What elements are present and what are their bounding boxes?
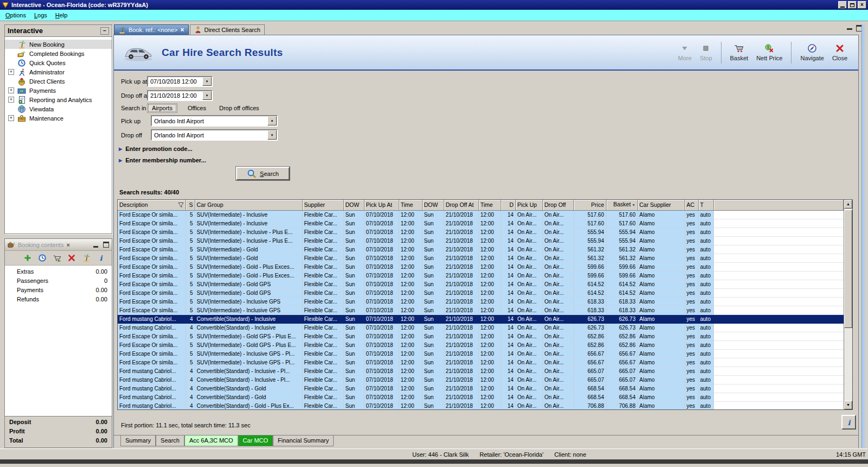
column-header-d[interactable]: D — [501, 200, 515, 210]
column-header-price[interactable]: Price — [573, 200, 606, 210]
filter-icon[interactable] — [178, 202, 184, 208]
vertical-scrollbar[interactable]: ▲ ▼ — [844, 200, 852, 409]
sidebar-item-completed-bookings[interactable]: Completed Bookings — [5, 49, 112, 58]
result-row[interactable]: Ford Escape Or simila...5SUV(Intermediat… — [118, 245, 844, 254]
result-row[interactable]: Ford mustang Cabriol...4Convertible(Stan… — [118, 323, 844, 332]
scroll-up-icon[interactable]: ▲ — [844, 200, 852, 209]
expand-toggle[interactable]: + — [8, 69, 14, 75]
result-row[interactable]: Ford Escape Or simila...5SUV(Intermediat… — [118, 210, 844, 219]
expand-toggle[interactable]: + — [8, 87, 14, 93]
menu-help[interactable]: Help — [52, 11, 73, 20]
result-row[interactable]: Ford Escape Or simila...5SUV(Intermediat… — [118, 332, 844, 340]
result-row[interactable]: Ford Escape Or simila...5SUV(Intermediat… — [118, 280, 844, 288]
info-button[interactable]: i — [841, 415, 856, 430]
result-row[interactable]: Ford Escape Or simila...5SUV(Intermediat… — [118, 236, 844, 245]
column-header-drop-off[interactable]: Drop Off — [542, 200, 573, 210]
plus-icon[interactable] — [23, 254, 32, 262]
sidebar-item-administrator[interactable]: +Administrator — [5, 67, 112, 77]
sidebar-item-viewdata[interactable]: Viewdata — [5, 104, 112, 113]
bottom-tab-acc-6a-3c-mco[interactable]: Acc 6A,3C MCO — [184, 436, 238, 446]
nett-price-button[interactable]: Nett Price — [754, 43, 784, 61]
pickup-at-dropdown-icon[interactable]: ▼ — [202, 77, 212, 86]
result-row[interactable]: Ford Escape Or simila...5SUV(Intermediat… — [118, 219, 844, 228]
menu-options[interactable]: Options — [2, 11, 31, 20]
sidebar-item-payments[interactable]: +Payments — [5, 86, 112, 95]
column-header-car-supplier[interactable]: Car Supplier — [637, 200, 685, 210]
pickup-dropdown-icon[interactable]: ▼ — [267, 116, 277, 125]
bottom-tab-search[interactable]: Search — [156, 436, 184, 446]
result-row[interactable]: Ford Escape Or simila...5SUV(Intermediat… — [118, 271, 844, 280]
booking-panel-minimize-icon[interactable] — [93, 246, 98, 248]
column-header-basket[interactable]: Basket▼ — [606, 200, 637, 210]
result-row[interactable]: Ford mustang Cabriol...4Convertible(Stan… — [118, 401, 844, 410]
restore-button[interactable] — [848, 1, 857, 9]
tab-direct-clients-search[interactable]: Direct Clients Search — [190, 24, 265, 35]
column-header-pick-up[interactable]: Pick Up — [515, 200, 542, 210]
column-header-dow[interactable]: DOW — [343, 200, 364, 210]
result-row[interactable]: Ford Escape Or simila...5SUV(Intermediat… — [118, 340, 844, 349]
result-row[interactable]: Ford mustang Cabriol...4Convertible(Stan… — [118, 393, 844, 401]
membership-number-expander[interactable]: ▶ Enter membership number... — [119, 157, 206, 163]
result-row[interactable]: Ford Escape Or simila...5SUV(Intermediat… — [118, 254, 844, 262]
menu-logs[interactable]: Logs — [31, 11, 52, 20]
result-row[interactable]: Ford Escape Or simila...5SUV(Intermediat… — [118, 306, 844, 314]
dropoff-at-dropdown-icon[interactable]: ▼ — [202, 91, 212, 100]
promotion-code-expander[interactable]: ▶ Enter promotion code... — [119, 146, 193, 152]
column-header-time[interactable]: Time — [399, 200, 422, 210]
sidebar-item-quick-quotes[interactable]: Quick Quotes — [5, 58, 112, 67]
result-row[interactable]: Ford Escape Or simila...5SUV(Intermediat… — [118, 297, 844, 306]
result-row[interactable]: Ford mustang Cabriol...4Convertible(Stan… — [118, 375, 844, 384]
bottom-tab-car-mco[interactable]: Car MCO — [238, 436, 273, 446]
column-header-time[interactable]: Time — [478, 200, 501, 210]
result-row[interactable]: Ford Escape Or simila...5SUV(Intermediat… — [118, 262, 844, 271]
column-header-description[interactable]: Description — [118, 200, 186, 210]
close-button[interactable]: Close — [830, 43, 850, 61]
close-window-button[interactable]: × — [858, 1, 866, 9]
navigate-button[interactable]: Navigate — [798, 43, 826, 61]
delete-x-icon[interactable] — [67, 254, 76, 262]
column-header-car-group[interactable]: Car Group — [195, 200, 302, 210]
result-row[interactable]: Ford mustang Cabriol...4Convertible(Stan… — [118, 384, 844, 393]
result-row[interactable]: Ford Escape Or simila...5SUV(Intermediat… — [118, 288, 844, 297]
tab-book-ref-none[interactable]: Book. ref.: <none>× — [114, 24, 189, 35]
basket-button[interactable]: Basket — [728, 43, 751, 61]
sidebar-item-new-booking[interactable]: New Booking — [5, 40, 112, 49]
expand-toggle[interactable]: + — [8, 115, 14, 121]
mdi-minimize-icon[interactable] — [847, 28, 852, 30]
sidebar-item-direct-clients[interactable]: Direct Clients — [5, 77, 112, 86]
minimize-button[interactable] — [838, 1, 847, 9]
column-header-supplier[interactable]: Supplier — [302, 200, 343, 210]
pickup-at-field[interactable]: 07/10/2018 12:00 ▼ — [147, 76, 213, 87]
palm-icon[interactable] — [82, 254, 91, 262]
search-in-offices[interactable]: Offices — [185, 104, 209, 112]
column-header-pick-up-at[interactable]: Pick Up At — [364, 200, 399, 210]
column-header-dow[interactable]: DOW — [422, 200, 444, 210]
search-in-airports[interactable]: Airports — [147, 103, 177, 113]
scrollbar-thumb[interactable] — [844, 210, 852, 328]
result-row[interactable]: Ford Escape Or simila...5SUV(Intermediat… — [118, 358, 844, 367]
result-row[interactable]: Ford Escape Or simila...5SUV(Intermediat… — [118, 228, 844, 236]
dropoff-at-field[interactable]: 21/10/2018 12:00 ▼ — [147, 90, 213, 101]
sidebar-item-maintenance[interactable]: +Maintenance — [5, 113, 112, 123]
dropoff-combo[interactable]: Orlando Intl Airport ▼ — [151, 129, 278, 141]
bottom-tab-summary[interactable]: Summary — [120, 436, 156, 446]
column-header-s[interactable]: S — [186, 200, 195, 210]
bottom-tab-financial-summary[interactable]: Financial Summary — [273, 436, 334, 446]
tab-close-icon[interactable]: × — [181, 26, 184, 34]
clock-icon[interactable] — [38, 254, 47, 262]
booking-panel-close-icon[interactable]: × — [66, 242, 69, 248]
info-icon[interactable]: i — [97, 254, 105, 262]
basket-add-icon[interactable] — [53, 254, 61, 262]
sidebar-item-reporting-and-analytics[interactable]: +Reporting and Analytics — [5, 95, 112, 104]
search-in-drop-off-offices[interactable]: Drop off offices — [216, 104, 262, 112]
scroll-down-icon[interactable]: ▼ — [844, 401, 852, 409]
column-header-drop-off-at[interactable]: Drop Off At — [444, 200, 478, 210]
search-button[interactable]: Search — [236, 167, 290, 180]
result-row[interactable]: Ford mustang Cabriol...4Convertible(Stan… — [118, 367, 844, 375]
result-row[interactable]: Ford mustang Cabriol...4Convertible(Stan… — [118, 314, 844, 323]
pickup-combo[interactable]: Orlando Intl Airport ▼ — [151, 115, 278, 127]
expand-toggle[interactable]: + — [8, 97, 14, 103]
booking-panel-maximize-icon[interactable] — [103, 242, 109, 248]
dropoff-dropdown-icon[interactable]: ▼ — [267, 130, 277, 140]
column-header-ac[interactable]: AC — [685, 200, 698, 210]
